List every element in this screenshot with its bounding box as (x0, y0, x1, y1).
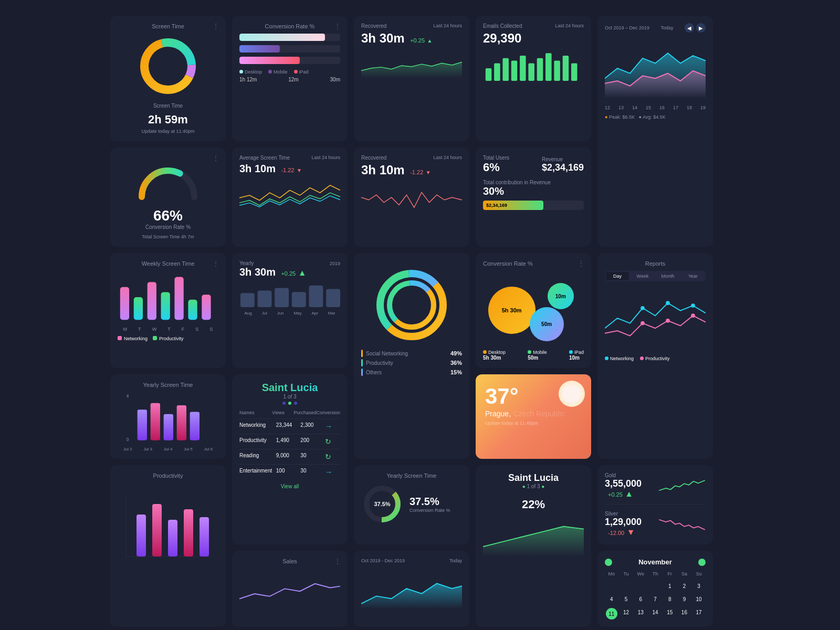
yearly-screen-content: 37.5% 37.5% Conversion Rate % (361, 483, 462, 525)
svg-rect-12 (545, 53, 552, 81)
saint-lucia-bottom-card: Saint Lucia ● 1 of 3 ● 22% (476, 465, 591, 627)
screen-time-menu[interactable]: ⋮ (212, 22, 219, 30)
svg-rect-13 (554, 61, 560, 81)
silver-chart (658, 515, 706, 533)
conv-bar-menu[interactable]: ⋮ (334, 22, 341, 30)
reports-legend-productivity: Productivity (640, 356, 670, 361)
tab-week[interactable]: Week (631, 272, 654, 280)
svg-rect-8 (511, 61, 518, 81)
weather-sun (559, 381, 585, 407)
svg-rect-21 (188, 300, 197, 320)
svg-rect-22 (202, 295, 211, 320)
sales-title: Sales (239, 558, 340, 564)
weekly-legend: Networking Productivity (118, 336, 218, 341)
legend-others: Others 15% (361, 369, 462, 376)
saint-lucia-header: Saint Lucia 1 of 3 (239, 382, 340, 405)
tab-day[interactable]: Day (606, 272, 629, 280)
svg-rect-18 (148, 282, 156, 320)
weather-location: Prague, Czech Republic (485, 409, 582, 418)
svg-rect-20 (174, 277, 183, 320)
svg-rect-55 (152, 504, 162, 556)
sales-chart (239, 573, 340, 615)
yearly-screen-text: 37.5% Conversion Rate % (410, 496, 450, 513)
saint-lucia-table: Names Views Purchased Conversion Network… (239, 410, 340, 479)
reports-tabs: Day Week Month Year (605, 271, 706, 281)
dashboard: Screen Time ⋮ (110, 16, 730, 627)
emails-value: 29,390 (483, 31, 584, 46)
tab-year[interactable]: Year (681, 272, 705, 280)
cal-indicator (605, 559, 612, 566)
reports-legend: Networking Productivity (605, 356, 706, 361)
svg-rect-56 (168, 520, 177, 556)
screen-time-extra-card: Productivity (110, 465, 226, 627)
topright-next[interactable]: ▶ (696, 23, 706, 33)
gold-silver-card: Gold 3,55,000 +0.25 ▲ Silver 1,29,000 -1… (597, 465, 713, 544)
svg-rect-48 (164, 414, 173, 440)
donut-big-card: Social Networking 49% Productivity 36% O… (354, 253, 469, 459)
bubbles-menu[interactable]: ⋮ (578, 259, 585, 268)
topright-card: Oct 2019 – Dec 2019 Today ◀ ▶ (597, 16, 713, 247)
extra-chart (118, 483, 218, 567)
yearly-bar-card: Yearly Screen Time 4 0 Jul 2Jul 3Jul 4 (110, 374, 226, 459)
yearly-x-labels: AugJulJunMayAprMar (239, 311, 340, 316)
svg-point-41 (640, 321, 645, 326)
bubble-legend-mobile: Mobile50m (528, 350, 547, 361)
weekly-screen-card: Weekly Screen Time ⋮ MTWT (110, 253, 226, 368)
avg-screen-chart (239, 177, 340, 214)
yearly-bar-svg: 4 0 (118, 392, 218, 445)
legend-productivity: Productivity 36% (361, 359, 462, 366)
topright-stats: ● Peak: $6.5K ● Avg: $4.5K (605, 114, 706, 120)
calendar-week1: 1 2 3 (605, 582, 706, 591)
bar-fill-ipad (239, 57, 300, 64)
table-row: Productivity 1,490 200 ↻ (239, 434, 340, 449)
oct-chart (361, 568, 462, 610)
bubble-ipad: 50m (530, 307, 564, 341)
svg-rect-46 (138, 410, 147, 440)
gauge-menu[interactable]: ⋮ (212, 154, 219, 162)
legend-desktop: Desktop (239, 69, 262, 75)
tab-month[interactable]: Month (656, 272, 679, 280)
svg-rect-54 (136, 514, 146, 556)
svg-point-38 (640, 306, 645, 310)
today-cell[interactable]: 11 (606, 608, 617, 620)
svg-rect-50 (190, 412, 200, 440)
calendar-card: November Mo Tu We Th Fr Sa Su 1 2 3 4 5 … (597, 551, 713, 627)
saint-lucia-card: Saint Lucia 1 of 3 Names Views Purchased… (232, 374, 348, 544)
weekly-chart (118, 271, 218, 323)
sales-menu[interactable]: ⋮ (334, 557, 341, 565)
svg-rect-24 (258, 290, 272, 307)
emails-header: Emails Collected Last 24 hours (483, 23, 584, 29)
svg-rect-17 (134, 297, 143, 320)
svg-rect-15 (571, 63, 578, 81)
saint-lucia-dots (239, 402, 340, 405)
weekly-menu[interactable]: ⋮ (212, 259, 219, 268)
recovered1-header: Recovered Last 24 hours (361, 23, 462, 29)
topright-prev[interactable]: ◀ (685, 23, 694, 33)
oct-bottom-card: Oct 2019 - Dec 2019 Today (354, 551, 469, 627)
bar-fill-desktop (239, 34, 325, 41)
emails-chart (483, 50, 584, 87)
bubble-legend-desktop: Desktop5h 30m (483, 350, 506, 361)
reports-title: Reports (605, 260, 706, 267)
svg-rect-58 (200, 517, 209, 556)
table-row: Entertainment 100 30 → (239, 465, 340, 479)
legend-mobile: Mobile (268, 69, 288, 75)
donut-big-container (361, 266, 462, 344)
screen-time-title: Screen Time (118, 23, 218, 29)
table-row: Reading 9,000 30 ↻ (239, 449, 340, 465)
svg-text:4: 4 (127, 393, 129, 398)
sl-chart (483, 516, 584, 558)
cal-indicator2 (698, 559, 706, 566)
contribution-section: Total contribution in Revenue 30% $2,34,… (483, 180, 584, 210)
sl-bottom-header: Saint Lucia ● 1 of 3 ● (483, 472, 584, 489)
total-users-section: Total Users 6% (483, 155, 509, 174)
view-all-button[interactable]: View all (239, 484, 340, 489)
calendar-week3: 11 12 13 14 15 16 17 (605, 608, 706, 620)
legend-social: Social Networking 49% (361, 350, 462, 357)
svg-text:37.5%: 37.5% (374, 501, 390, 507)
yearly-small-card: Yearly 2019 3h 30m +0.25 ▲ AugJulJunMayA… (232, 253, 348, 368)
svg-rect-49 (177, 405, 186, 440)
avg-screen-value-row: 3h 10m -1.22 ▼ (239, 163, 340, 175)
topright-period: Oct 2019 – Dec 2019 (605, 25, 649, 30)
bubble-legend-ipad: iPad10m (569, 350, 584, 361)
